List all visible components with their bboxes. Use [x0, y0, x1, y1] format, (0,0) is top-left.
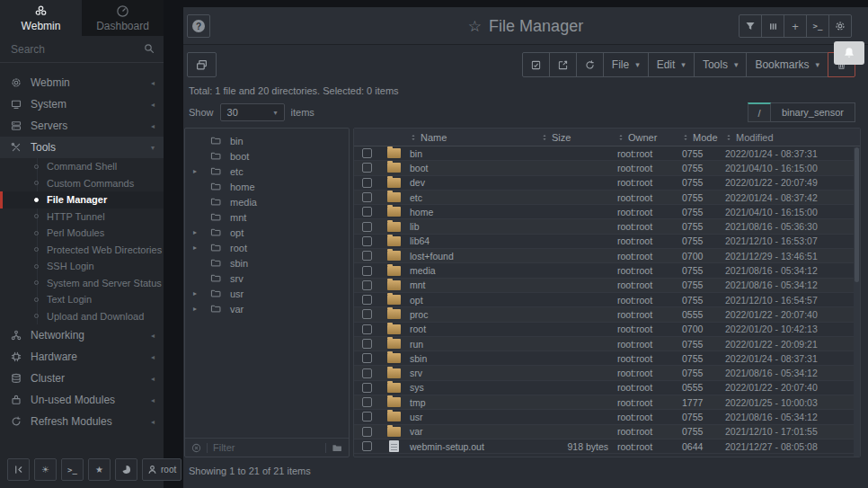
tree-item[interactable]: ▸ var [185, 301, 349, 316]
sidebar-subitem[interactable]: Protected Web Directories [0, 242, 164, 259]
row-checkbox[interactable] [362, 383, 372, 393]
bookmarks-menu-button[interactable]: Bookmarks [746, 52, 828, 77]
table-row[interactable]: sbin root:root 0755 2022/01/24 - 08:37:3… [354, 351, 860, 366]
row-checkbox[interactable] [362, 192, 372, 202]
terminal-button[interactable]: >_ [806, 14, 829, 38]
row-checkbox[interactable] [362, 251, 372, 261]
table-row[interactable]: lost+found root:root 0700 2021/12/29 - 1… [354, 249, 860, 263]
paste-export-button[interactable] [549, 52, 577, 77]
sidebar-section[interactable]: Servers [0, 115, 164, 137]
table-row[interactable]: run root:root 0755 2022/01/22 - 20:09:21 [354, 337, 860, 351]
row-checkbox[interactable] [362, 412, 372, 421]
table-row[interactable]: dev root:root 0755 2022/01/22 - 20:07:49 [354, 176, 860, 191]
table-row[interactable]: etc root:root 0755 2022/01/24 - 08:37:42 [354, 191, 860, 205]
table-row[interactable]: var root:root 0755 2021/12/10 - 17:01:55 [354, 425, 860, 439]
sidebar-subitem[interactable]: Perl Modules [0, 225, 164, 242]
help-button[interactable]: ? [187, 14, 210, 38]
row-checkbox[interactable] [362, 163, 372, 173]
sidebar-subitem[interactable]: Command Shell [0, 158, 164, 175]
table-row[interactable]: lib root:root 0755 2021/08/16 - 05:36:30 [354, 219, 860, 234]
expand-caret-icon[interactable]: ▸ [193, 167, 197, 175]
sidebar-section[interactable]: Hardware [0, 346, 164, 368]
palette-button[interactable] [115, 458, 137, 481]
shell-button[interactable]: >_ [61, 458, 84, 481]
table-row[interactable]: tmp root:root 1777 2022/01/25 - 10:00:03 [354, 395, 860, 410]
sidebar-section[interactable]: Refresh Modules [0, 411, 164, 432]
row-checkbox[interactable] [362, 280, 372, 290]
sidebar-section[interactable]: Webmin [0, 72, 164, 93]
column-header[interactable]: Modified [725, 132, 860, 143]
expand-caret-icon[interactable]: ▸ [193, 289, 197, 297]
notifications-tab[interactable] [834, 41, 864, 65]
file-menu-button[interactable]: File [603, 52, 649, 77]
table-row[interactable]: mnt root:root 0755 2021/08/16 - 05:34:12 [354, 279, 860, 293]
tree-item[interactable]: ▸ boot [185, 148, 349, 164]
select-all-button[interactable] [522, 52, 550, 77]
folder-icon[interactable] [332, 443, 342, 453]
user-button[interactable]: root [142, 458, 182, 481]
table-row[interactable]: sys root:root 0555 2022/01/22 - 20:07:40 [354, 381, 860, 395]
column-header[interactable]: Mode [682, 132, 725, 143]
sidebar-section[interactable]: Networking [0, 324, 164, 346]
tree-item[interactable]: ▸ home [185, 179, 349, 194]
table-row[interactable]: webmin-setup.out 918 bytes root:root 064… [354, 439, 860, 454]
expand-caret-icon[interactable]: ▸ [193, 228, 197, 236]
table-row[interactable]: proc root:root 0555 2022/01/22 - 20:07:4… [354, 307, 860, 322]
row-checkbox[interactable] [362, 148, 372, 158]
table-scrollbar[interactable] [854, 147, 860, 457]
sidebar-section[interactable]: Cluster [0, 368, 164, 389]
tools-menu-button[interactable]: Tools [694, 52, 748, 77]
row-checkbox[interactable] [362, 427, 372, 437]
column-header[interactable]: Size [541, 132, 617, 143]
row-checkbox[interactable] [362, 236, 372, 246]
tree-item[interactable]: ▸ etc [185, 164, 349, 179]
scrollbar-thumb[interactable] [855, 147, 859, 282]
row-checkbox[interactable] [362, 295, 372, 305]
refresh-button[interactable] [576, 52, 604, 77]
row-checkbox[interactable] [362, 266, 372, 276]
row-checkbox[interactable] [362, 309, 372, 319]
row-checkbox[interactable] [362, 353, 372, 363]
sidebar-subitem[interactable]: HTTP Tunnel [0, 209, 164, 226]
column-header[interactable]: Name [408, 132, 541, 143]
table-row[interactable]: usr root:root 0755 2021/08/16 - 05:34:12 [354, 410, 860, 424]
breadcrumb-root[interactable]: / [748, 102, 771, 122]
columns-button[interactable] [761, 14, 784, 38]
tree-item[interactable]: ▸ bin [185, 133, 349, 148]
tree-item[interactable]: ▸ opt [185, 225, 349, 240]
filter-button[interactable] [739, 14, 762, 38]
table-row[interactable]: home root:root 0755 2021/04/10 - 16:15:0… [354, 205, 860, 219]
row-checkbox[interactable] [362, 441, 372, 451]
sidebar-subitem[interactable]: SSH Login [0, 258, 164, 275]
collapse-sidebar-button[interactable] [7, 458, 30, 481]
tab-dashboard[interactable]: Dashboard [82, 0, 164, 36]
breadcrumb-segment[interactable]: binary_sensor [771, 102, 855, 122]
table-row[interactable]: boot root:root 0755 2021/04/10 - 16:15:0… [354, 161, 860, 175]
sidebar-section[interactable]: System [0, 93, 164, 115]
row-checkbox[interactable] [362, 368, 372, 378]
tree-item[interactable]: ▸ media [185, 194, 349, 209]
tree-item[interactable]: ▸ srv [185, 271, 349, 286]
clear-filter-icon[interactable] [191, 443, 201, 453]
settings-button[interactable] [828, 14, 852, 38]
sidebar-subitem[interactable]: Custom Commands [0, 175, 164, 192]
table-row[interactable]: opt root:root 0755 2021/12/10 - 16:54:57 [354, 293, 860, 307]
table-row[interactable]: srv root:root 0755 2021/08/16 - 05:34:12 [354, 366, 860, 380]
table-row[interactable]: lib64 root:root 0755 2021/12/10 - 16:53:… [354, 235, 860, 249]
row-checkbox[interactable] [362, 397, 372, 407]
sidebar-subitem[interactable]: File Manager [0, 191, 164, 209]
sidebar-subitem[interactable]: System and Server Status [0, 275, 164, 292]
favorites-button[interactable]: ★ [88, 458, 111, 481]
edit-menu-button[interactable]: Edit [648, 52, 695, 77]
sidebar-subitem[interactable]: Text Login [0, 291, 164, 308]
tree-item[interactable]: ▸ usr [185, 286, 349, 301]
sidebar-section-tools[interactable]: Tools [0, 137, 164, 158]
table-row[interactable]: media root:root 0755 2021/08/16 - 05:34:… [354, 263, 860, 278]
expand-caret-icon[interactable]: ▸ [193, 305, 197, 313]
tree-item[interactable]: ▸ sbin [185, 255, 349, 271]
row-checkbox[interactable] [362, 178, 372, 188]
theme-sun-button[interactable]: ☀ [34, 458, 57, 481]
tree-item[interactable]: ▸ root [185, 240, 349, 255]
sidebar-subitem[interactable]: Upload and Download [0, 308, 164, 325]
page-size-select[interactable]: 30 [220, 103, 285, 121]
